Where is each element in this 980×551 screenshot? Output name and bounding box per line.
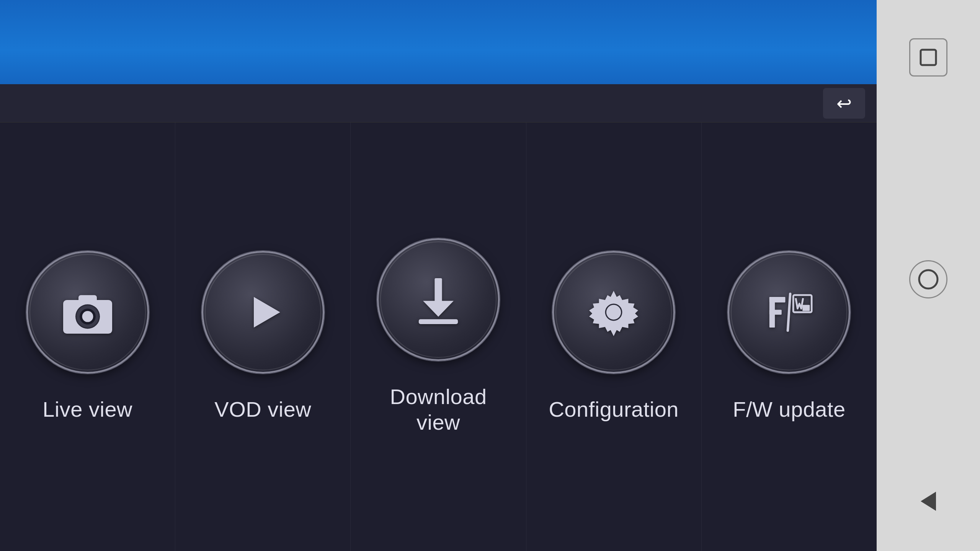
download-icon (408, 269, 469, 330)
fw-update-item[interactable]: F/W update (702, 122, 877, 551)
svg-rect-17 (921, 50, 936, 65)
svg-rect-8 (434, 278, 442, 303)
fw-icon (758, 282, 820, 343)
svg-rect-12 (769, 297, 786, 302)
app-area: ↩ Live view (0, 0, 877, 551)
nav-bar: ↩ (0, 84, 877, 122)
svg-point-6 (68, 303, 73, 308)
svg-rect-10 (419, 319, 458, 324)
main-content: Live view VOD view (0, 122, 877, 551)
header-bar (0, 0, 877, 84)
back-button[interactable]: ↩ (823, 88, 865, 119)
play-icon (232, 282, 294, 343)
square-button[interactable] (909, 38, 947, 77)
download-view-item[interactable]: Download view (351, 122, 526, 551)
fw-update-icon-circle (728, 251, 850, 373)
svg-point-5 (82, 311, 93, 322)
home-button[interactable] (909, 260, 947, 298)
camera-icon (57, 282, 118, 343)
phone-nav-top-buttons (909, 38, 947, 77)
svg-marker-7 (254, 297, 280, 328)
svg-marker-9 (423, 301, 454, 317)
svg-rect-1 (78, 295, 97, 304)
phone-nav-sidebar (877, 0, 980, 551)
svg-rect-13 (769, 310, 782, 315)
svg-point-18 (919, 270, 938, 289)
live-view-icon-circle (26, 251, 149, 373)
svg-line-14 (788, 294, 790, 331)
download-view-label: Download view (390, 384, 487, 435)
vod-view-item[interactable]: VOD view (175, 122, 351, 551)
svg-rect-16 (803, 305, 810, 311)
download-view-icon-circle (377, 238, 500, 361)
vod-view-icon-circle (202, 251, 324, 373)
live-view-label: Live view (42, 396, 132, 422)
configuration-item[interactable]: Configuration (526, 122, 702, 551)
vod-view-label: VOD view (214, 396, 311, 422)
back-triangle-icon (915, 488, 942, 515)
square-icon (917, 46, 940, 69)
fw-update-label: F/W update (733, 396, 845, 422)
back-arrow-icon: ↩ (836, 93, 852, 114)
back-nav-button[interactable] (909, 482, 947, 520)
svg-marker-19 (921, 492, 936, 511)
circle-icon (917, 268, 940, 291)
gear-icon (583, 282, 644, 343)
live-view-item[interactable]: Live view (0, 122, 175, 551)
configuration-icon-circle (552, 251, 675, 373)
configuration-label: Configuration (549, 396, 679, 422)
